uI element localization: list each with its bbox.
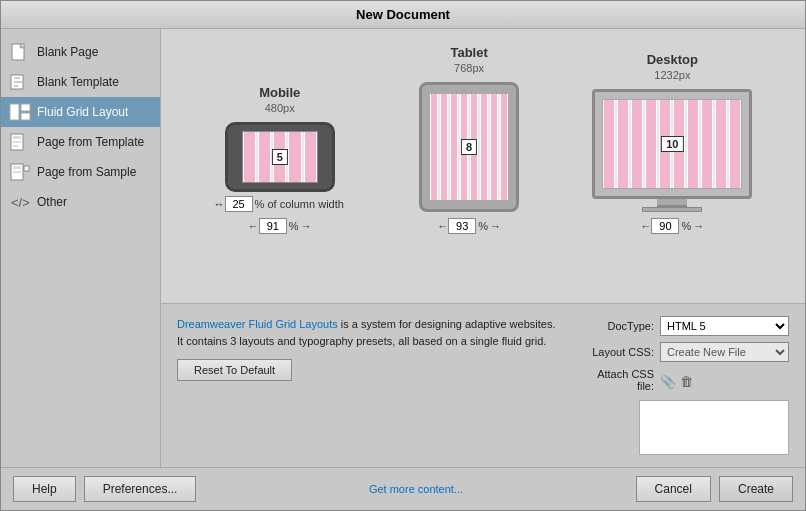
blank-page-icon bbox=[9, 43, 31, 61]
svg-rect-10 bbox=[13, 136, 21, 139]
tablet-screen: 8 bbox=[429, 93, 509, 201]
mobile-width-controls: ← % → bbox=[248, 218, 312, 234]
svg-text:</>: </> bbox=[11, 195, 30, 210]
page-template-icon bbox=[9, 133, 31, 151]
devices-area: Mobile 480px bbox=[161, 29, 805, 303]
sidebar-item-label: Fluid Grid Layout bbox=[37, 105, 128, 119]
footer-right: Cancel Create bbox=[636, 476, 793, 502]
attach-css-label-row: Attach CSS file: 📎 🗑 bbox=[579, 368, 789, 392]
main-panel: Mobile 480px bbox=[161, 29, 805, 467]
svg-rect-11 bbox=[13, 141, 21, 143]
attach-css-label: Attach CSS file: bbox=[579, 368, 654, 392]
tablet-arrow-left: ← bbox=[437, 220, 448, 232]
tablet-arrow-right: → bbox=[490, 220, 501, 232]
other-icon: </> bbox=[9, 193, 31, 211]
arrow-left-col: ↔ bbox=[214, 198, 225, 210]
sidebar: Blank Page Blank Template Flu bbox=[1, 29, 161, 467]
description-area: Dreamweaver Fluid Grid Layouts is a syst… bbox=[177, 316, 559, 455]
arrow-left: ← bbox=[248, 220, 259, 232]
mobile-col-width-input[interactable] bbox=[225, 196, 253, 212]
svg-rect-14 bbox=[13, 166, 21, 169]
cancel-button[interactable]: Cancel bbox=[636, 476, 711, 502]
mobile-px: 480px bbox=[265, 102, 295, 114]
mobile-device-col: Mobile 480px bbox=[214, 85, 346, 234]
mobile-col-width-row: ↔ % of column width bbox=[214, 196, 346, 212]
desktop-width-input[interactable] bbox=[651, 218, 679, 234]
svg-rect-8 bbox=[21, 113, 30, 120]
stripe-2 bbox=[259, 132, 270, 182]
sidebar-item-label: Page from Template bbox=[37, 135, 144, 149]
preferences-button[interactable]: Preferences... bbox=[84, 476, 197, 502]
sidebar-item-blank-template[interactable]: Blank Template bbox=[1, 67, 160, 97]
footer-center: Get more content... bbox=[196, 482, 635, 496]
sidebar-item-label: Other bbox=[37, 195, 67, 209]
doctype-row: DocType: HTML 5 bbox=[579, 316, 789, 336]
layout-css-select[interactable]: Create New File bbox=[660, 342, 789, 362]
tablet-column-count: 8 bbox=[461, 139, 477, 155]
mobile-label: Mobile bbox=[259, 85, 300, 100]
stripe-gap-1 bbox=[256, 132, 258, 182]
delete-attach-icon[interactable]: 🗑 bbox=[680, 374, 693, 389]
svg-rect-12 bbox=[13, 145, 18, 147]
new-document-dialog: New Document Blank Page Bla bbox=[0, 0, 806, 511]
sidebar-item-other[interactable]: </> Other bbox=[1, 187, 160, 217]
sidebar-item-page-sample[interactable]: Page from Sample bbox=[1, 157, 160, 187]
doctype-select[interactable]: HTML 5 bbox=[660, 316, 789, 336]
fluid-grid-icon bbox=[9, 103, 31, 121]
tablet-width-controls: ← % → bbox=[437, 218, 501, 234]
attach-icons: 📎 🗑 bbox=[660, 374, 693, 389]
desktop-screen-inner: 10 bbox=[603, 100, 741, 188]
sidebar-item-blank-page[interactable]: Blank Page bbox=[1, 37, 160, 67]
get-more-content-link[interactable]: Get more content... bbox=[369, 483, 463, 495]
desktop-stand bbox=[657, 199, 687, 207]
tablet-label: Tablet bbox=[450, 45, 487, 60]
reset-button[interactable]: Reset To Default bbox=[177, 359, 292, 381]
title-bar: New Document bbox=[1, 1, 805, 29]
tablet-width-unit: % bbox=[478, 220, 488, 232]
svg-rect-16 bbox=[24, 166, 29, 171]
tablet-device-col: Tablet 768px bbox=[419, 45, 519, 234]
arrow-right: → bbox=[301, 220, 312, 232]
svg-rect-3 bbox=[14, 77, 20, 79]
layout-css-row: Layout CSS: Create New File bbox=[579, 342, 789, 362]
blank-template-icon bbox=[9, 73, 31, 91]
desktop-device-col: Desktop 1232px bbox=[592, 52, 752, 234]
desktop-device: 10 bbox=[592, 89, 752, 212]
mobile-width-input[interactable] bbox=[259, 218, 287, 234]
tablet-width-input[interactable] bbox=[448, 218, 476, 234]
svg-rect-5 bbox=[14, 85, 18, 87]
layout-css-label: Layout CSS: bbox=[579, 346, 654, 358]
sidebar-item-label: Blank Page bbox=[37, 45, 98, 59]
attach-file-icon[interactable]: 📎 bbox=[660, 374, 676, 389]
desktop-px: 1232px bbox=[654, 69, 690, 81]
desktop-label: Desktop bbox=[647, 52, 698, 67]
attach-css-area[interactable] bbox=[639, 400, 789, 455]
stripe-4 bbox=[289, 132, 300, 182]
mobile-column-count: 5 bbox=[272, 149, 288, 165]
dialog-title: New Document bbox=[356, 7, 450, 22]
phone-device: 5 bbox=[225, 122, 335, 192]
description-link[interactable]: Dreamweaver Fluid Grid Layouts bbox=[177, 318, 338, 330]
sidebar-item-page-template[interactable]: Page from Template bbox=[1, 127, 160, 157]
sidebar-item-fluid-grid[interactable]: Fluid Grid Layout bbox=[1, 97, 160, 127]
svg-rect-4 bbox=[14, 81, 22, 83]
help-button[interactable]: Help bbox=[13, 476, 76, 502]
options-area: DocType: HTML 5 Layout CSS: Create New F… bbox=[579, 316, 789, 455]
tablet-device: 8 bbox=[419, 82, 519, 212]
tablet-px: 768px bbox=[454, 62, 484, 74]
desktop-width-unit: % bbox=[681, 220, 691, 232]
mobile-width-unit: % bbox=[289, 220, 299, 232]
desktop-base bbox=[642, 207, 702, 212]
svg-rect-6 bbox=[10, 104, 19, 120]
stripe-1 bbox=[244, 132, 255, 182]
tablet-screen-inner: 8 bbox=[430, 94, 508, 200]
desktop-arrow-right: → bbox=[693, 220, 704, 232]
page-sample-icon bbox=[9, 163, 31, 181]
create-button[interactable]: Create bbox=[719, 476, 793, 502]
footer: Help Preferences... Get more content... … bbox=[1, 467, 805, 510]
sidebar-item-label: Blank Template bbox=[37, 75, 119, 89]
phone-screen: 5 bbox=[242, 131, 318, 183]
footer-left: Help Preferences... bbox=[13, 476, 196, 502]
doctype-label: DocType: bbox=[579, 320, 654, 332]
stripe-gap-4 bbox=[302, 132, 304, 182]
